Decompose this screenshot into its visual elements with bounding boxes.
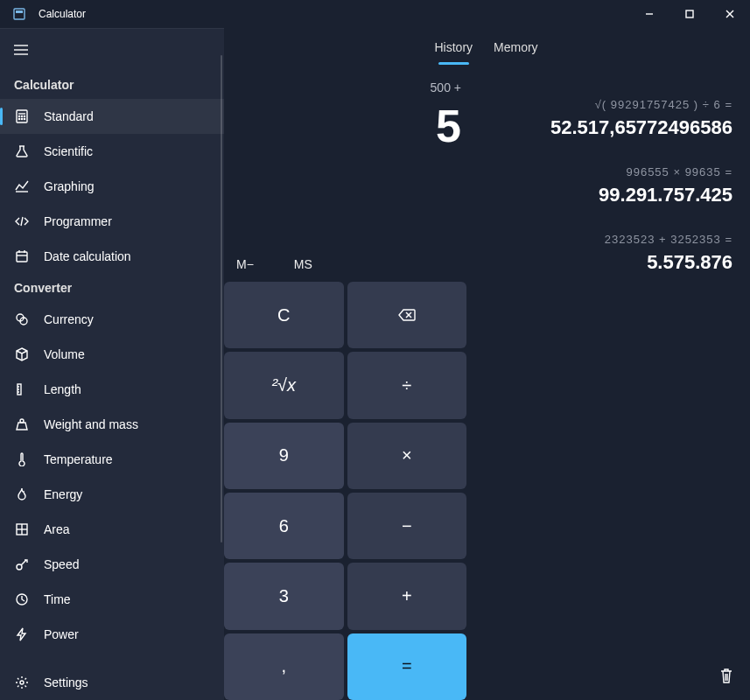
nav-label: Graphing: [44, 179, 95, 193]
svg-rect-1: [16, 10, 23, 13]
svg-rect-0: [14, 9, 25, 19]
nav-date-calculation[interactable]: Date calculation: [0, 239, 224, 274]
svg-point-11: [18, 116, 19, 116]
keypad: C ²√x ÷ 9 × 6 − 3 + , =: [224, 282, 470, 700]
maximize-button[interactable]: [669, 0, 710, 28]
minimize-button[interactable]: [629, 0, 669, 28]
grid-icon: [14, 522, 30, 537]
nav-area[interactable]: Area: [0, 512, 224, 547]
backspace-icon: [397, 308, 417, 322]
sidebar: Calculator Standard Scientific Graphing …: [0, 28, 224, 700]
nav-label: Programmer: [44, 214, 112, 228]
tab-history[interactable]: History: [435, 40, 473, 61]
nav-label: Energy: [44, 487, 82, 501]
nav-power[interactable]: Power: [0, 617, 224, 652]
history-result: 52.517,65772496586: [487, 116, 732, 139]
hamburger-button[interactable]: [0, 29, 42, 71]
code-icon: [14, 214, 30, 229]
key-clear[interactable]: C: [224, 282, 344, 348]
nav-temperature[interactable]: Temperature: [0, 442, 224, 477]
nav-label: Currency: [44, 312, 94, 326]
svg-point-13: [24, 116, 25, 116]
section-converter: Converter: [0, 274, 224, 302]
nav-scientific[interactable]: Scientific: [0, 134, 224, 169]
window-title: Calculator: [39, 8, 86, 20]
memory-subtract-button[interactable]: M−: [236, 257, 254, 271]
titlebar: Calculator: [0, 0, 750, 28]
calendar-icon: [14, 248, 30, 264]
history-expression: 996555 × 99635 =: [487, 165, 732, 178]
graph-icon: [14, 178, 30, 194]
main-area: History Memory 500 + 5 M− MS C ²√x ÷ 9 ×…: [224, 28, 750, 700]
speed-icon: [14, 556, 30, 572]
nav-label: Temperature: [44, 452, 113, 466]
weight-icon: [14, 416, 30, 432]
key-multiply[interactable]: ×: [347, 423, 467, 489]
nav-time[interactable]: Time: [0, 582, 224, 617]
nav-energy[interactable]: Energy: [0, 477, 224, 512]
nav-label: Speed: [44, 557, 79, 571]
cube-icon: [14, 346, 30, 362]
svg-point-15: [21, 118, 22, 119]
key-3[interactable]: 3: [224, 563, 344, 629]
svg-line-19: [21, 217, 23, 226]
history-result: 5.575.876: [487, 251, 732, 274]
history-entry[interactable]: 996555 × 99635 = 99.291.757.425: [487, 165, 732, 206]
memory-store-button[interactable]: MS: [294, 257, 312, 271]
history-result: 99.291.757.425: [487, 184, 732, 206]
clock-icon: [14, 592, 30, 607]
nav-label: Standard: [44, 109, 94, 123]
key-add[interactable]: +: [347, 563, 467, 629]
svg-point-12: [21, 116, 22, 116]
history-entry[interactable]: 2323523 + 3252353 = 5.575.876: [487, 233, 732, 274]
nav-label: Date calculation: [44, 249, 131, 263]
gear-icon: [14, 675, 30, 690]
svg-point-36: [20, 681, 24, 684]
nav-label: Length: [44, 382, 81, 396]
key-9[interactable]: 9: [224, 423, 344, 489]
svg-rect-20: [17, 252, 27, 262]
key-sqrt[interactable]: ²√x: [224, 352, 344, 418]
nav-label: Weight and mass: [44, 417, 138, 431]
svg-point-14: [18, 118, 19, 119]
nav-label: Area: [44, 522, 70, 536]
nav-label: Power: [44, 627, 79, 641]
nav-volume[interactable]: Volume: [0, 337, 224, 372]
history-panel: √( 99291757425 ) ÷ 6 = 52.517,6577249658…: [487, 98, 732, 300]
key-backspace[interactable]: [347, 282, 467, 348]
display-value: 5: [225, 100, 461, 152]
bolt-icon: [14, 626, 30, 642]
svg-rect-3: [686, 10, 693, 18]
nav-label: Volume: [44, 347, 85, 361]
nav-label: Scientific: [44, 144, 93, 158]
nav-standard[interactable]: Standard: [0, 99, 224, 134]
nav-graphing[interactable]: Graphing: [0, 169, 224, 204]
flask-icon: [14, 144, 30, 159]
ruler-icon: [14, 382, 30, 397]
history-expression: 2323523 + 3252353 =: [487, 233, 732, 246]
expression-text: 500 +: [225, 80, 461, 94]
calculator-icon: [14, 108, 30, 124]
nav-programmer[interactable]: Programmer: [0, 204, 224, 239]
nav-weight[interactable]: Weight and mass: [0, 407, 224, 442]
key-6[interactable]: 6: [224, 493, 344, 559]
flame-icon: [14, 486, 30, 502]
history-entry[interactable]: √( 99291757425 ) ÷ 6 = 52.517,6577249658…: [487, 98, 732, 139]
nav-label: Settings: [44, 676, 88, 690]
currency-icon: [14, 312, 30, 327]
nav-settings[interactable]: Settings: [0, 665, 224, 700]
svg-point-16: [24, 118, 25, 119]
nav-currency[interactable]: Currency: [0, 302, 224, 337]
key-subtract[interactable]: −: [347, 493, 467, 559]
clear-history-button[interactable]: [718, 667, 734, 688]
app-icon: [12, 7, 26, 21]
key-comma[interactable]: ,: [224, 634, 344, 700]
nav-length[interactable]: Length: [0, 372, 224, 407]
key-equals[interactable]: =: [347, 634, 467, 700]
nav-speed[interactable]: Speed: [0, 547, 224, 582]
thermometer-icon: [14, 452, 30, 467]
close-button[interactable]: [710, 0, 750, 28]
tab-memory[interactable]: Memory: [494, 40, 538, 61]
key-divide[interactable]: ÷: [347, 352, 467, 418]
display: 500 + 5: [225, 80, 461, 152]
